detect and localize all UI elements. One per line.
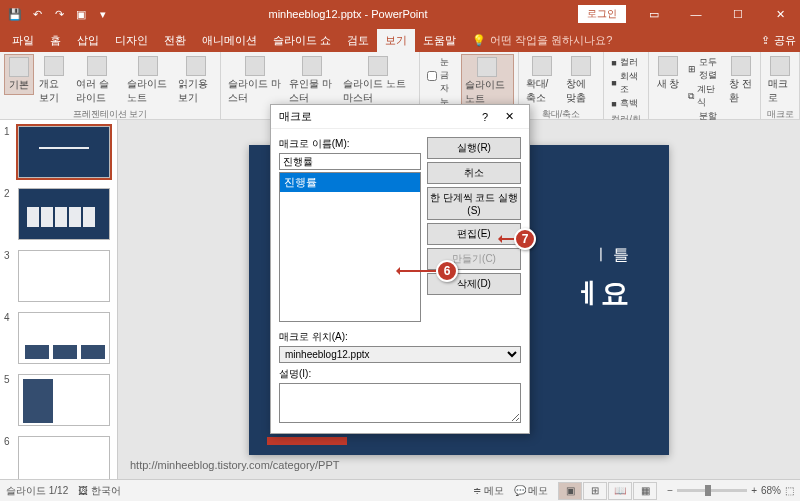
tell-me[interactable]: 💡 어떤 작업을 원하시나요? [472, 33, 612, 48]
macro-in-label: 매크로 위치(A): [279, 330, 521, 344]
progress-bar-shape [267, 437, 347, 445]
new-window-button[interactable]: 새 창 [653, 54, 683, 93]
redo-icon[interactable]: ↷ [50, 5, 68, 23]
tell-me-label: 어떤 작업을 원하시나요? [490, 33, 612, 48]
slide-thumbnails-panel[interactable]: 1 2 3 4 5 6 [0, 120, 118, 479]
slide-notes-button[interactable]: 슬라이드 노트 [461, 54, 514, 109]
login-button[interactable]: 로그인 [578, 5, 626, 23]
thumbnail-4[interactable]: 4 [0, 310, 117, 366]
cascade-label: 계단식 [697, 83, 721, 109]
thumbnail-6[interactable]: 6 [0, 434, 117, 479]
group-zoom: 확대/축소 [523, 107, 600, 121]
annotation-6-bubble: 6 [436, 260, 458, 282]
handout-master-button[interactable]: 유인물 마스터 [286, 54, 338, 107]
zoom-in-icon[interactable]: + [751, 485, 757, 496]
slide-counter[interactable]: 슬라이드 1/12 [6, 484, 68, 498]
normal-view-icon[interactable]: ▣ [558, 482, 582, 500]
macro-list-item[interactable]: 진행률 [280, 173, 420, 192]
cancel-button[interactable]: 취소 [427, 162, 521, 184]
slide-text-2: ㅔ요 [573, 275, 629, 313]
slideshow-view-icon[interactable]: ▦ [633, 482, 657, 500]
macros-button[interactable]: 매크로 [765, 54, 795, 107]
reading-view-icon[interactable]: 📖 [608, 482, 632, 500]
notes-master-label: 슬라이드 노트 마스터 [343, 77, 412, 105]
tab-slideshow[interactable]: 슬라이드 쇼 [265, 29, 339, 52]
run-button[interactable]: 실행(R) [427, 137, 521, 159]
thumb-num: 3 [4, 250, 14, 302]
notes-toggle[interactable]: ≑ 메모 [473, 484, 504, 498]
slide-master-button[interactable]: 슬라이드 마스터 [225, 54, 284, 107]
switch-window-button[interactable]: 창 전환 [726, 54, 756, 107]
ruler-label: 눈금자 [440, 56, 455, 95]
outline-view-button[interactable]: 개요 보기 [36, 54, 71, 107]
notes-page-label: 슬라이드 노트 [127, 77, 170, 105]
macro-list[interactable]: 진행률 [279, 172, 421, 322]
minimize-icon[interactable]: — [676, 0, 716, 28]
dialog-help-icon[interactable]: ? [473, 111, 497, 123]
cascade-button[interactable]: ⧉계단식 [688, 83, 721, 109]
reading-view-button[interactable]: 읽기용 보기 [175, 54, 217, 107]
fit-label: 창에 맞춤 [566, 77, 596, 105]
macro-name-input[interactable] [279, 153, 421, 170]
fit-window-button[interactable]: 창에 맞춤 [563, 54, 599, 107]
ruler-checkbox[interactable]: 눈금자 [427, 56, 455, 95]
annotation-6: 6 [398, 260, 458, 282]
tab-file[interactable]: 파일 [4, 29, 42, 52]
outline-label: 개요 보기 [39, 77, 68, 105]
notes-label: 메모 [484, 485, 504, 496]
comments-toggle[interactable]: 💬 메모 [514, 484, 549, 498]
tab-home[interactable]: 홈 [42, 29, 69, 52]
thumbnail-1[interactable]: 1 [0, 124, 117, 180]
zoom-out-icon[interactable]: − [667, 485, 673, 496]
tab-review[interactable]: 검토 [339, 29, 377, 52]
footer-url: http://minheeblog.tistory.com/category/P… [130, 459, 340, 471]
thumb-num: 4 [4, 312, 14, 364]
fit-to-window-icon[interactable]: ⬚ [785, 485, 794, 496]
sorter-label: 여러 슬라이드 [76, 77, 119, 105]
thumbnail-2[interactable]: 2 [0, 186, 117, 242]
zoom-slider[interactable] [677, 489, 747, 492]
close-icon[interactable]: ✕ [760, 0, 800, 28]
window-title: minheeblog12.pptx - PowerPoint [118, 8, 578, 20]
zoom-percent[interactable]: 68% [761, 485, 781, 496]
sorter-view-icon[interactable]: ⊞ [583, 482, 607, 500]
thumbnail-3[interactable]: 3 [0, 248, 117, 304]
lightbulb-icon: 💡 [472, 34, 486, 47]
start-slideshow-icon[interactable]: ▣ [72, 5, 90, 23]
step-into-button[interactable]: 한 단계씩 코드 실행(S) [427, 187, 521, 220]
slide-master-label: 슬라이드 마스터 [228, 77, 281, 105]
maximize-icon[interactable]: ☐ [718, 0, 758, 28]
new-window-label: 새 창 [657, 77, 680, 91]
color-option[interactable]: ■컬러 [611, 56, 641, 69]
zoom-button[interactable]: 확대/ 축소 [523, 54, 561, 107]
notes-master-button[interactable]: 슬라이드 노트 마스터 [340, 54, 415, 107]
normal-view-button[interactable]: 기본 [4, 54, 34, 95]
description-textarea[interactable] [279, 383, 521, 423]
arrange-all-button[interactable]: ⊞모두 정렬 [688, 56, 721, 82]
bw-label: 흑백 [620, 97, 638, 110]
blackwhite-option[interactable]: ■흑백 [611, 97, 641, 110]
notes-page-button[interactable]: 슬라이드 노트 [124, 54, 173, 107]
tab-view[interactable]: 보기 [377, 29, 415, 52]
undo-icon[interactable]: ↶ [28, 5, 46, 23]
tab-transition[interactable]: 전환 [156, 29, 194, 52]
grayscale-option[interactable]: ■회색조 [611, 70, 641, 96]
language-indicator[interactable]: 🖼 한국어 [78, 484, 121, 498]
macro-in-select[interactable]: minheeblog12.pptx [279, 346, 521, 363]
tab-design[interactable]: 디자인 [107, 29, 156, 52]
thumbnail-5[interactable]: 5 [0, 372, 117, 428]
tab-help[interactable]: 도움말 [415, 29, 464, 52]
group-macros: 매크로 [765, 107, 795, 121]
tab-insert[interactable]: 삽입 [69, 29, 107, 52]
save-icon[interactable]: 💾 [6, 5, 24, 23]
tab-animation[interactable]: 애니메이션 [194, 29, 265, 52]
dialog-close-icon[interactable]: ✕ [497, 110, 521, 123]
ribbon-options-icon[interactable]: ▭ [634, 0, 674, 28]
annotation-7-bubble: 7 [514, 228, 536, 250]
zoom-label: 확대/ 축소 [526, 77, 558, 105]
qat-dropdown-icon[interactable]: ▾ [94, 5, 112, 23]
thumb-num: 2 [4, 188, 14, 240]
normal-label: 기본 [9, 78, 29, 92]
share-button[interactable]: ⇪ 공유 [761, 33, 796, 48]
slide-sorter-button[interactable]: 여러 슬라이드 [73, 54, 122, 107]
